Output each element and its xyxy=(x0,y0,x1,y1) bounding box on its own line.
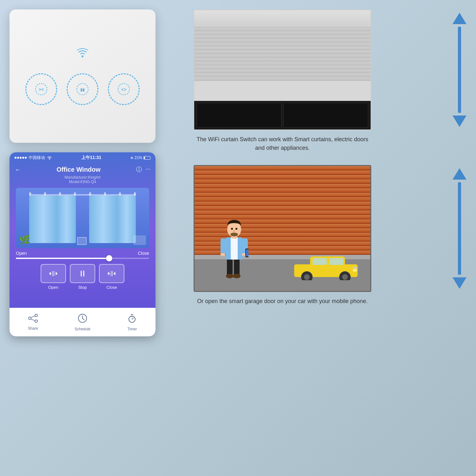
svg-point-38 xyxy=(226,274,234,278)
down-arrow-icon xyxy=(453,116,466,127)
share-icon xyxy=(28,314,38,325)
close-btn-label: Close xyxy=(99,285,124,290)
garage-arrows xyxy=(453,165,466,292)
close-switch-button[interactable]: <> xyxy=(108,73,140,105)
garage-down-arrow-icon xyxy=(453,277,466,289)
switch-buttons: >< ▮▮ <> xyxy=(25,73,140,105)
back-button[interactable]: ← xyxy=(15,166,21,173)
timer-icon xyxy=(127,313,137,326)
schedule-label: Schedule xyxy=(75,327,90,331)
left-panel: >< ▮▮ <> xyxy=(10,10,162,466)
svg-point-15 xyxy=(35,314,37,317)
shutter-illustration: The WiFi curtain Switch can work with Sm… xyxy=(194,10,446,152)
carrier-label: 中国移动 xyxy=(29,155,45,161)
control-buttons xyxy=(10,259,155,283)
manufacturer-info: Manufacturer:KingArt Model:KING-Q4 xyxy=(10,175,155,185)
ctrl-btn-labels: Open Stop Close xyxy=(10,283,155,290)
svg-line-25 xyxy=(132,318,133,319)
schedule-nav-button[interactable]: Schedule xyxy=(75,313,90,331)
svg-line-21 xyxy=(83,318,84,320)
garage-arrow-shaft xyxy=(458,182,461,275)
svg-rect-46 xyxy=(246,249,248,256)
svg-text:▮▮: ▮▮ xyxy=(80,88,85,92)
close-button[interactable] xyxy=(99,264,124,283)
svg-point-52 xyxy=(235,228,237,230)
stop-switch-button[interactable]: ▮▮ xyxy=(67,73,98,105)
svg-text:<>: <> xyxy=(121,87,126,92)
svg-rect-41 xyxy=(231,237,238,260)
open-btn-label: Open xyxy=(41,285,66,290)
svg-point-16 xyxy=(35,320,37,322)
slider-section: Open Close xyxy=(10,251,155,259)
more-icon[interactable]: ··· xyxy=(146,166,150,173)
stop-btn-label: Stop xyxy=(70,285,95,290)
gps-icon: ⊕ xyxy=(130,156,133,160)
svg-rect-42 xyxy=(221,238,226,254)
svg-point-33 xyxy=(342,274,348,280)
svg-point-7 xyxy=(49,159,50,160)
svg-line-18 xyxy=(31,319,35,321)
svg-line-17 xyxy=(31,316,35,317)
svg-rect-35 xyxy=(353,267,357,269)
stop-button[interactable] xyxy=(70,264,95,283)
status-bar: 中国移动 上午11:31 ⊕ 21% xyxy=(10,152,155,163)
phone-bottom-bar: Share Schedule xyxy=(10,308,155,336)
phone-app: 中国移动 上午11:31 ⊕ 21% ← Office Window xyxy=(10,152,155,336)
car-illustration xyxy=(294,252,358,281)
open-label: Open xyxy=(16,251,27,256)
svg-point-14 xyxy=(29,317,31,320)
switch-panel: >< ▮▮ <> xyxy=(10,10,155,143)
svg-point-39 xyxy=(233,274,241,278)
svg-rect-47 xyxy=(221,253,225,256)
arrow-shaft xyxy=(458,27,461,113)
open-switch-button[interactable]: >< xyxy=(25,73,57,105)
open-button[interactable] xyxy=(41,264,66,283)
garage-illustration: Or open the smart garage door on your ca… xyxy=(194,165,446,306)
up-arrow-icon xyxy=(453,13,466,24)
garage-section: Or open the smart garage door on your ca… xyxy=(194,165,466,306)
model-label: Model:KING-Q4 xyxy=(10,180,155,184)
svg-point-51 xyxy=(231,228,233,230)
share-label: Share xyxy=(28,326,38,331)
svg-point-31 xyxy=(304,274,310,280)
share-nav-button[interactable]: Share xyxy=(28,314,38,331)
garage-up-arrow-icon xyxy=(453,168,466,180)
shutter-section: The WiFi curtain Switch can work with Sm… xyxy=(194,10,466,152)
phone-header: ← Office Window ⓘ ··· xyxy=(10,163,155,175)
timer-label: Timer xyxy=(127,327,137,331)
close-label: Close xyxy=(138,251,149,256)
battery-label: 21% xyxy=(135,155,142,160)
right-panel: The WiFi curtain Switch can work with Sm… xyxy=(194,10,466,306)
time-label: 上午11:31 xyxy=(81,155,102,161)
wifi-icon xyxy=(76,47,89,61)
svg-point-50 xyxy=(230,233,238,236)
svg-point-53 xyxy=(233,230,235,232)
manufacturer-label: Manufacturer:KingArt xyxy=(10,175,155,180)
person-illustration xyxy=(220,217,248,285)
slider-track[interactable] xyxy=(16,258,149,259)
svg-rect-34 xyxy=(353,269,357,272)
shutter-description: The WiFi curtain Switch can work with Sm… xyxy=(194,135,371,152)
curtain-illustration: 🌿 xyxy=(10,185,155,248)
info-icon[interactable]: ⓘ xyxy=(136,166,142,173)
svg-rect-37 xyxy=(234,258,240,275)
header-icons: ⓘ ··· xyxy=(136,166,150,173)
app-title: Office Window xyxy=(56,166,101,173)
svg-point-0 xyxy=(82,56,83,57)
shutter-arrows xyxy=(453,10,466,130)
svg-rect-29 xyxy=(329,258,343,265)
timer-nav-button[interactable]: Timer xyxy=(127,313,137,331)
svg-rect-28 xyxy=(313,258,327,265)
svg-text:><: >< xyxy=(39,87,44,92)
schedule-icon xyxy=(77,313,88,326)
svg-rect-36 xyxy=(227,258,233,275)
garage-description: Or open the smart garage door on your ca… xyxy=(194,297,371,306)
